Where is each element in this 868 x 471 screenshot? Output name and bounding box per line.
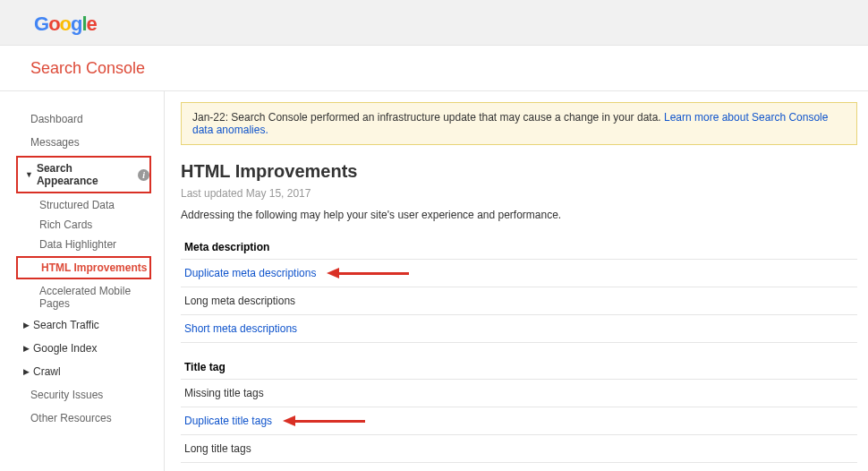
nav-dashboard[interactable]: Dashboard	[0, 107, 164, 131]
nav-messages[interactable]: Messages	[0, 131, 164, 154]
caret-right-icon: ▶	[23, 344, 30, 353]
nav-rich-cards[interactable]: Rich Cards	[0, 215, 164, 235]
nav-amp[interactable]: Accelerated Mobile Pages	[0, 281, 164, 313]
global-header: Google	[0, 0, 868, 46]
nav-crawl[interactable]: ▶Crawl	[0, 360, 164, 383]
table-row[interactable]: Duplicate meta descriptions	[181, 260, 857, 287]
console-title[interactable]: Search Console	[30, 59, 145, 77]
nav-google-index[interactable]: ▶Google Index	[0, 337, 164, 360]
notice-banner: Jan-22: Search Console performed an infr…	[181, 102, 857, 145]
table-row[interactable]: Duplicate title tags	[181, 407, 857, 435]
table-row: Missing title tags	[181, 380, 857, 407]
annotation-arrow-icon	[283, 415, 365, 426]
row-label: Long meta descriptions	[184, 295, 295, 307]
highlight-box-search-appearance: ▼ Search Appearance i	[16, 156, 151, 193]
annotation-arrow-icon	[327, 268, 409, 278]
nav-security-issues[interactable]: Security Issues	[0, 383, 164, 407]
nav-data-highlighter[interactable]: Data Highlighter	[0, 235, 164, 254]
row-label: Short meta descriptions	[184, 322, 297, 335]
last-updated: Last updated May 15, 2017	[181, 187, 857, 200]
group-meta-header: Meta description	[181, 236, 857, 260]
page-title: HTML Improvements	[181, 161, 857, 182]
nav-html-improvements[interactable]: HTML Improvements	[18, 258, 149, 278]
app-subheader: Search Console	[0, 46, 868, 91]
google-logo: Google	[34, 13, 97, 35]
caret-down-icon: ▼	[25, 170, 33, 179]
table-row: Long title tags	[181, 435, 857, 463]
sidebar: Dashboard Messages ▼ Search Appearance i…	[0, 91, 165, 471]
page-description: Addressing the following may help your s…	[181, 209, 857, 221]
notice-text: Jan-22: Search Console performed an infr…	[192, 111, 664, 124]
row-label: Duplicate meta descriptions	[184, 267, 316, 279]
nav-search-traffic[interactable]: ▶Search Traffic	[0, 313, 164, 337]
row-label: Missing title tags	[184, 387, 264, 399]
table-row[interactable]: Short meta descriptions	[181, 315, 857, 343]
row-label: Long title tags	[184, 442, 251, 455]
main-content: Jan-22: Search Console performed an infr…	[165, 91, 868, 471]
caret-right-icon: ▶	[23, 367, 30, 376]
group-title-header: Title tag	[181, 355, 857, 380]
info-icon[interactable]: i	[138, 169, 149, 181]
table-row: Long meta descriptions	[181, 287, 857, 315]
nav-other-resources[interactable]: Other Resources	[0, 407, 164, 430]
caret-right-icon: ▶	[23, 321, 30, 330]
nav-search-appearance[interactable]: ▼ Search Appearance i	[18, 158, 149, 192]
row-label: Duplicate title tags	[184, 415, 272, 427]
table-row: Short title tags	[181, 463, 857, 471]
highlight-box-html-improvements: HTML Improvements	[16, 256, 151, 279]
nav-structured-data[interactable]: Structured Data	[0, 195, 164, 215]
